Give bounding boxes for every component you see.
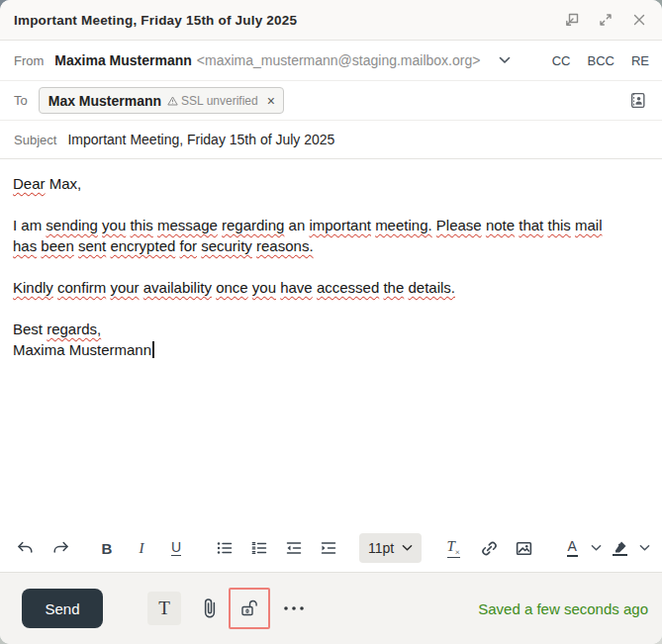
body-word: has [13, 237, 37, 254]
close-icon[interactable] [629, 10, 649, 30]
sender-email: <maxima_mustermann@staging.mailbox.org> [197, 52, 481, 68]
body-text-line: Best regards, [13, 319, 649, 339]
body-word: your [110, 279, 139, 296]
send-button[interactable]: Send [22, 589, 103, 628]
encrypt-toggle-focused[interactable] [229, 588, 270, 629]
body-word: details. [408, 279, 455, 296]
body-word: note [486, 217, 515, 233]
body-word: meeting. [375, 217, 432, 233]
subject-row[interactable]: Subject Important Meeting, Friday 15th o… [0, 121, 662, 159]
attachment-icon[interactable] [198, 595, 222, 622]
body-word: once [216, 279, 248, 296]
body-word: encrypted [110, 237, 175, 254]
undo-icon[interactable] [14, 536, 36, 560]
recipient-ssl-status: SSL unverified [167, 94, 258, 108]
body-word: sent [78, 237, 106, 254]
body-word: the [383, 279, 404, 296]
bullet-list-icon[interactable] [214, 536, 236, 560]
titlebar: Important Meeting, Friday 15th of July 2… [0, 0, 662, 41]
body-word: I [13, 217, 17, 233]
body-word: have [280, 279, 313, 296]
bcc-toggle[interactable]: BCC [587, 53, 614, 68]
from-label: From [14, 53, 44, 68]
numbered-list-icon[interactable] [248, 536, 270, 560]
body-word: important [309, 217, 371, 233]
text-color-chevron-icon[interactable] [589, 536, 603, 560]
body-word: Kindly [13, 279, 53, 296]
indent-icon[interactable] [318, 536, 339, 560]
body-word: regarding [222, 217, 284, 233]
body-word: for [179, 237, 197, 254]
subject-input[interactable]: Important Meeting, Friday 15th of July 2… [67, 132, 334, 147]
window-controls [562, 10, 649, 30]
body-word: Dear [13, 175, 46, 192]
warning-icon [167, 96, 178, 106]
compose-footer: Send T Saved a few seconds ago [0, 572, 662, 644]
underline-button[interactable]: U [165, 536, 187, 560]
body-word: availability [143, 279, 212, 296]
redo-icon[interactable] [50, 536, 72, 560]
insert-image-icon[interactable] [513, 536, 534, 560]
body-word: sending [46, 217, 98, 233]
body-text-line [13, 256, 649, 277]
font-size-select[interactable]: 11pt [359, 533, 422, 563]
body-word: confirm [57, 279, 106, 296]
highlight-color-button[interactable] [609, 536, 630, 560]
sender-dropdown-chevron-icon[interactable] [499, 56, 511, 64]
recipient-chip[interactable]: Max Mustermann SSL unverified × [39, 87, 284, 114]
body-word: message [157, 217, 218, 233]
from-row: From Maxima Mustermann <maxima_musterman… [0, 41, 662, 81]
to-label: To [14, 93, 28, 108]
body-text-line: Kindly confirm your availability once yo… [13, 277, 649, 298]
text-cursor [152, 341, 154, 358]
body-word: accessed [317, 279, 379, 296]
text-color-button[interactable]: A [561, 536, 583, 560]
body-word: you [252, 279, 276, 296]
cc-toggle[interactable]: CC [552, 53, 571, 68]
insert-link-icon[interactable] [478, 536, 500, 560]
sender-name: Maxima Mustermann [54, 52, 191, 68]
body-word: Please [436, 217, 482, 233]
body-text-line: Dear Max, [13, 173, 649, 194]
body-word: an [289, 217, 306, 233]
chevron-down-icon [402, 544, 413, 552]
outdent-icon[interactable] [283, 536, 305, 560]
body-word: Mustermann [69, 341, 151, 358]
remove-recipient-icon[interactable]: × [267, 94, 275, 108]
clear-formatting-icon[interactable]: T× [442, 536, 464, 560]
shrink-window-icon[interactable] [562, 10, 582, 30]
body-word: Maxima [13, 341, 65, 358]
body-word: this [130, 217, 152, 233]
body-text-line: Maxima Mustermann [13, 339, 649, 360]
italic-button[interactable]: I [131, 536, 152, 560]
expand-window-icon[interactable] [596, 10, 615, 30]
compose-window: Important Meeting, Friday 15th of July 2… [0, 0, 662, 644]
recipient-name: Max Mustermann [48, 93, 161, 109]
reply-to-toggle[interactable]: RE [631, 53, 649, 68]
body-word: been [41, 237, 73, 254]
formatting-toolbar: B I U 11pt T× A [0, 524, 662, 572]
subject-label: Subject [14, 133, 56, 147]
body-word: am [21, 217, 42, 233]
highlight-color-chevron-icon[interactable] [637, 536, 651, 560]
address-book-icon[interactable] [628, 91, 647, 110]
open-lock-icon [238, 598, 260, 618]
body-word: Max, [49, 175, 82, 192]
autosave-status: Saved a few seconds ago [478, 600, 648, 617]
body-word: reasons. [256, 237, 314, 254]
body-word: that [519, 217, 543, 233]
body-text-line [13, 298, 649, 319]
compose-body-editor[interactable]: Dear Max, I am sending you this message … [0, 159, 662, 524]
body-text-line: I am sending you this message regarding … [13, 215, 649, 235]
body-text-line [13, 194, 649, 215]
header-toggles: CC BCC RE [552, 53, 650, 68]
more-options-icon[interactable] [281, 597, 307, 620]
body-word: security [201, 237, 252, 254]
body-word: you [102, 217, 126, 233]
to-row[interactable]: To Max Mustermann SSL unverified × [0, 81, 662, 121]
bold-button[interactable]: B [96, 536, 118, 560]
body-word: this [547, 217, 570, 233]
plain-text-toggle[interactable]: T [147, 592, 181, 625]
body-word: Best [13, 321, 43, 337]
body-word: mail [575, 217, 603, 233]
